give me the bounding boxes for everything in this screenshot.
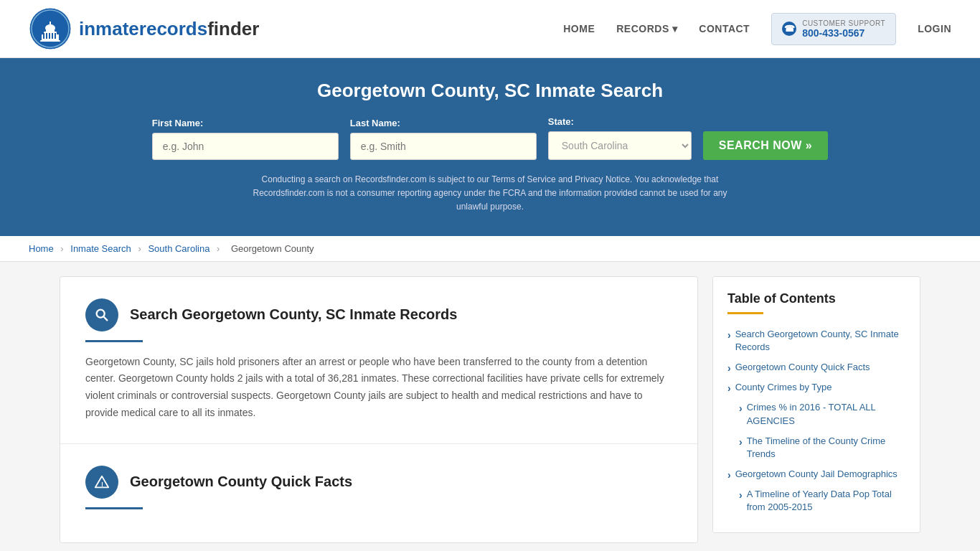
article: Search Georgetown County, SC Inmate Reco… — [60, 276, 698, 543]
info-icon: ! — [94, 474, 110, 490]
toc-link-6[interactable]: A Timeline of Yearly Data Pop Total from… — [747, 488, 905, 514]
main-nav: HOME RECORDS CONTACT ☎ CUSTOMER SUPPORT … — [563, 13, 951, 45]
first-name-input[interactable] — [152, 133, 339, 160]
headset-icon: ☎ — [782, 22, 796, 36]
toc-chevron-6 — [739, 489, 743, 501]
toc-chevron-4 — [739, 436, 743, 448]
svg-rect-10 — [52, 33, 53, 39]
main-content: Search Georgetown County, SC Inmate Reco… — [31, 276, 949, 543]
logo-wordmark: inmaterecordsfinder — [79, 18, 259, 40]
svg-rect-9 — [49, 33, 50, 39]
breadcrumb-sep-3: › — [217, 243, 222, 254]
svg-rect-6 — [50, 22, 51, 28]
section-header-1: Search Georgetown County, SC Inmate Reco… — [85, 298, 672, 331]
toc-chevron-1 — [727, 362, 731, 374]
support-text: CUSTOMER SUPPORT 800-433-0567 — [802, 19, 885, 39]
section-header-2: ! Georgetown County Quick Facts — [85, 466, 672, 499]
logo-icon — [29, 7, 72, 50]
toc-link-0[interactable]: Search Georgetown County, SC Inmate Reco… — [735, 328, 905, 354]
svg-rect-11 — [55, 33, 56, 39]
last-name-group: Last Name: — [350, 118, 537, 160]
svg-rect-12 — [40, 40, 60, 42]
svg-rect-8 — [46, 33, 47, 39]
first-name-group: First Name: — [152, 118, 339, 160]
toc-item-5[interactable]: Georgetown County Jail Demographics — [727, 464, 905, 484]
toc-chevron-0 — [727, 329, 731, 341]
toc-chevron-3 — [739, 402, 743, 414]
state-label: State: — [548, 116, 574, 127]
section-underline-1 — [85, 340, 143, 342]
breadcrumb-south-carolina[interactable]: South Carolina — [148, 243, 209, 254]
breadcrumb-inmate-search[interactable]: Inmate Search — [70, 243, 131, 254]
hero-section: Georgetown County, SC Inmate Search Firs… — [0, 58, 980, 236]
inmate-records-section: Search Georgetown County, SC Inmate Reco… — [60, 277, 697, 444]
hero-title: Georgetown County, SC Inmate Search — [29, 80, 951, 102]
toc-item-6[interactable]: A Timeline of Yearly Data Pop Total from… — [727, 484, 905, 517]
logo[interactable]: inmaterecordsfinder — [29, 7, 259, 50]
breadcrumb-home[interactable]: Home — [29, 243, 54, 254]
records-dropdown-icon — [672, 23, 678, 34]
toc-chevron-5 — [727, 469, 731, 481]
section-title-1: Search Georgetown County, SC Inmate Reco… — [130, 306, 457, 323]
info-icon-circle: ! — [85, 466, 118, 499]
section-underline-2 — [85, 507, 143, 509]
svg-rect-7 — [43, 33, 44, 39]
nav-contact[interactable]: CONTACT — [699, 23, 750, 34]
hero-disclaimer: Conducting a search on Recordsfinder.com… — [239, 173, 741, 215]
first-name-label: First Name: — [152, 118, 204, 128]
nav-home[interactable]: HOME — [563, 23, 595, 34]
toc-item-0[interactable]: Search Georgetown County, SC Inmate Reco… — [727, 324, 905, 357]
quick-facts-section: ! Georgetown County Quick Facts — [60, 444, 697, 542]
site-header: inmaterecordsfinder HOME RECORDS CONTACT… — [0, 0, 980, 58]
support-button[interactable]: ☎ CUSTOMER SUPPORT 800-433-0567 — [771, 13, 896, 45]
section-title-2: Georgetown County Quick Facts — [130, 474, 352, 490]
nav-records[interactable]: RECORDS — [616, 23, 677, 34]
search-form: First Name: Last Name: State: South Caro… — [29, 116, 951, 160]
state-group: State: South Carolina Alabama Alaska Ari… — [548, 116, 692, 160]
login-button[interactable]: LOGIN — [918, 23, 951, 34]
breadcrumb-current: Georgetown County — [231, 243, 314, 254]
state-select[interactable]: South Carolina Alabama Alaska Arizona Ar… — [548, 131, 692, 160]
toc-item-1[interactable]: Georgetown County Quick Facts — [727, 357, 905, 377]
search-button[interactable]: SEARCH NOW » — [703, 131, 828, 160]
toc-link-4[interactable]: The Timeline of the County Crime Trends — [747, 435, 905, 461]
toc-chevron-2 — [727, 382, 731, 394]
breadcrumb: Home › Inmate Search › South Carolina › … — [0, 236, 980, 262]
toc-item-4[interactable]: The Timeline of the County Crime Trends — [727, 431, 905, 464]
toc-link-5[interactable]: Georgetown County Jail Demographics — [735, 468, 897, 481]
section-body-1: Georgetown County, SC jails hold prisone… — [85, 354, 672, 422]
breadcrumb-sep-2: › — [138, 243, 143, 254]
last-name-label: Last Name: — [350, 118, 400, 128]
toc-link-2[interactable]: County Crimes by Type — [735, 381, 832, 394]
search-icon — [94, 307, 110, 323]
toc-box: Table of Contents Search Georgetown Coun… — [712, 276, 920, 533]
toc-link-1[interactable]: Georgetown County Quick Facts — [735, 361, 870, 374]
breadcrumb-sep-1: › — [60, 243, 66, 254]
svg-text:!: ! — [101, 480, 103, 487]
toc-item-3[interactable]: Crimes % in 2016 - TOTAL ALL AGENCIES — [727, 397, 905, 430]
toc-item-2[interactable]: County Crimes by Type — [727, 377, 905, 397]
toc-underline — [727, 312, 763, 314]
last-name-input[interactable] — [350, 133, 537, 160]
toc-title: Table of Contents — [727, 291, 905, 306]
toc-link-3[interactable]: Crimes % in 2016 - TOTAL ALL AGENCIES — [747, 401, 905, 427]
search-icon-circle — [85, 298, 118, 331]
svg-line-14 — [103, 316, 107, 320]
sidebar: Table of Contents Search Georgetown Coun… — [712, 276, 920, 543]
